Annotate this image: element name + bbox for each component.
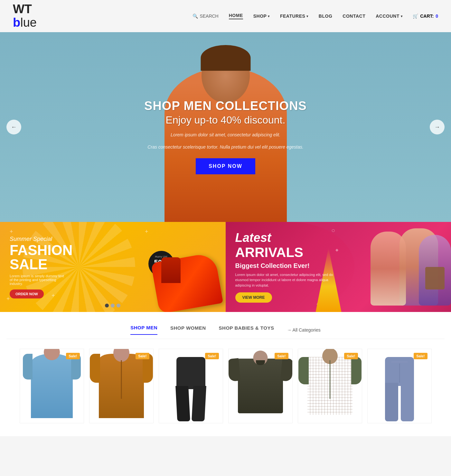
header: WT blue 🔍 SEARCH HOME SHOP ▾ FEATURES ▾ …: [0, 0, 451, 32]
arrivals-desc: Lorem ipsum dolor sit amet, consectetur …: [235, 272, 338, 288]
sale-badge-4: Sale!: [275, 353, 288, 359]
arrow-right-icon: →: [434, 124, 440, 131]
nav-features[interactable]: FEATURES ▾: [280, 14, 308, 19]
hero-title: SHOP MEN COLLECTIONS: [144, 99, 307, 113]
product-card-4[interactable]: Sale!: [228, 349, 293, 423]
main-nav: 🔍 SEARCH HOME SHOP ▾ FEATURES ▾ BLOG CON…: [193, 13, 438, 19]
product-img-6: [368, 349, 431, 423]
logo-b: b: [13, 16, 20, 29]
logo[interactable]: WT blue: [13, 3, 37, 30]
promo-section: Summer Special FASHION SALE Lorem ipsum …: [0, 222, 451, 312]
promo-fashion-desc: Lorem ipsum is simply dummy text of the …: [10, 274, 64, 286]
order-now-button[interactable]: ORDER NOW: [10, 289, 44, 298]
product-card-3[interactable]: Sale!: [159, 349, 223, 423]
shop-chevron-icon: ▾: [268, 14, 270, 18]
product-img-4: [229, 349, 292, 423]
tab-shop-women[interactable]: SHOP WOMEN: [170, 325, 206, 334]
arrivals-biggest: Biggest Collection Ever!: [235, 262, 338, 270]
search-icon: 🔍: [193, 14, 198, 19]
product-img-5: [298, 349, 362, 423]
tab-shop-men[interactable]: SHOP MEN: [130, 325, 157, 335]
promo-fashion-text: Summer Special FASHION SALE Lorem ipsum …: [10, 236, 73, 298]
products-section: SHOP MEN SHOP WOMEN SHOP BABIES & TOYS →…: [0, 312, 451, 436]
promo-arrivals-banner: Latest ARRIVALS Biggest Collection Ever!…: [226, 222, 451, 312]
hero-cta-button[interactable]: SHOP NOW: [196, 158, 255, 174]
features-chevron-icon: ▾: [306, 14, 308, 18]
nav-shop[interactable]: SHOP ▾: [253, 14, 270, 19]
sale-badge-1: Sale!: [66, 353, 80, 359]
hero-next-arrow[interactable]: →: [430, 120, 445, 134]
product-img-1: [20, 349, 84, 423]
account-chevron-icon: ▾: [401, 14, 403, 18]
cart-nav-item[interactable]: 🛒 CART: 0: [413, 14, 438, 19]
arrivals-latest: Latest: [235, 231, 338, 245]
tab-all-categories[interactable]: → All Categories: [287, 327, 320, 333]
hero-desc1: Lorem ipsum dolor sit amet, consectetur …: [144, 131, 307, 138]
arrow-left-icon: ←: [11, 124, 17, 131]
nav-blog[interactable]: BLOG: [319, 14, 332, 19]
sale-badge-3: Sale!: [205, 353, 219, 359]
cart-label: CART:: [420, 14, 434, 19]
hero-subtitle: Enjoy up-to 40% discount.: [144, 114, 307, 126]
promo-fashion-banner: Summer Special FASHION SALE Lorem ipsum …: [0, 222, 226, 312]
promo-fashion-title2: SALE: [10, 257, 73, 271]
product-card-5[interactable]: Sale!: [298, 349, 362, 423]
cart-count: 0: [436, 14, 438, 19]
tab-shop-babies[interactable]: SHOP BABIES & TOYS: [219, 325, 274, 334]
product-card-2[interactable]: Sale!: [89, 349, 154, 423]
product-tabs: SHOP MEN SHOP WOMEN SHOP BABIES & TOYS →…: [6, 325, 445, 339]
hero-prev-arrow[interactable]: ←: [6, 120, 21, 134]
promo-fashion-title1: FASHION: [10, 243, 73, 257]
logo-wt: WT: [13, 2, 32, 16]
promo-summer-label: Summer Special: [10, 236, 73, 243]
hero-content: SHOP MEN COLLECTIONS Enjoy up-to 40% dis…: [144, 99, 307, 175]
product-img-2: [89, 349, 153, 423]
nav-account[interactable]: ACCOUNT ▾: [376, 14, 402, 19]
products-grid: Sale! Sale! Sal: [6, 349, 445, 423]
product-card-6[interactable]: Sale!: [367, 349, 432, 423]
cart-icon: 🛒: [413, 14, 418, 19]
hero-desc2: Cras consectetur scelerisque tortor. Nul…: [144, 143, 307, 151]
search-label: SEARCH: [200, 14, 218, 19]
nav-contact[interactable]: CONTACT: [343, 14, 365, 19]
product-card-1[interactable]: Sale!: [20, 349, 84, 423]
view-more-button[interactable]: VIEW MORE: [235, 292, 272, 303]
nav-home[interactable]: HOME: [229, 13, 243, 19]
sale-badge-6: Sale!: [414, 353, 427, 359]
sale-badge-2: Sale!: [136, 353, 149, 359]
promo-arrivals-text: Latest ARRIVALS Biggest Collection Ever!…: [235, 231, 338, 303]
logo-lue: lue: [20, 16, 37, 29]
arrivals-title: ARRIVALS: [235, 245, 338, 260]
hero-banner: ← SHOP MEN COLLECTIONS Enjoy up-to 40% d…: [0, 32, 451, 222]
search-nav-item[interactable]: 🔍 SEARCH: [193, 14, 218, 19]
sale-badge-5: Sale!: [344, 353, 358, 359]
product-img-3: [159, 349, 223, 423]
